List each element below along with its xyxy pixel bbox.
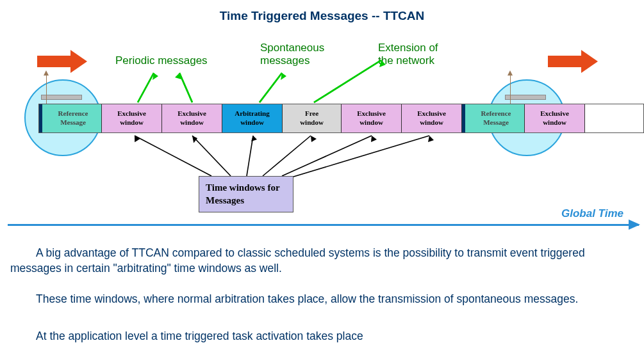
tick-bar-1 [41, 95, 82, 100]
svg-line-0 [138, 73, 154, 102]
time-slot-1: Exclusivewindow [102, 104, 162, 132]
global-time-label: Global Time [561, 207, 623, 220]
time-slot-2: Exclusivewindow [162, 104, 222, 132]
svg-line-12 [282, 136, 372, 176]
paragraph-1: A big advantage of TTCAN compared to cla… [10, 246, 634, 276]
svg-line-10 [247, 136, 253, 176]
ttcan-diagram: ReferenceMessageExclusivewindowExclusive… [0, 26, 644, 237]
time-slot-7: ReferenceMessage [462, 104, 525, 132]
label-extension-network: Extension ofthe network [378, 42, 438, 67]
svg-line-11 [263, 136, 311, 176]
svg-line-5 [179, 73, 192, 102]
time-slot-8: Exclusivewindow [525, 104, 585, 132]
ref-up-arrow-2 [510, 74, 511, 104]
time-windows-box: Time windows for Messages [199, 176, 293, 212]
paragraph-3: At the application level a time triggere… [10, 329, 634, 344]
time-slot-6: Exclusivewindow [402, 104, 462, 132]
page-title: Time Triggered Messages -- TTCAN [0, 0, 644, 23]
svg-line-8 [135, 136, 211, 176]
label-periodic-messages: Periodic messages [115, 54, 208, 67]
global-time-axis [8, 224, 639, 226]
svg-line-13 [292, 136, 429, 177]
svg-line-1 [179, 73, 192, 102]
ref-up-arrow-1 [46, 74, 47, 104]
time-slot-5: Exclusivewindow [342, 104, 402, 132]
time-slot-4: Freewindow [283, 104, 342, 132]
svg-line-9 [192, 136, 231, 176]
paragraph-2: These time windows, where normal arbitra… [10, 292, 634, 307]
time-slot-row: ReferenceMessageExclusivewindowExclusive… [38, 104, 644, 133]
time-slot-0: ReferenceMessage [39, 104, 102, 132]
svg-line-4 [138, 73, 154, 102]
label-spontaneous-messages: Spontaneousmessages [260, 42, 324, 67]
svg-line-6 [260, 73, 282, 102]
time-slot-3: Arbitratingwindow [222, 104, 283, 132]
tick-bar-2 [505, 95, 546, 100]
svg-line-2 [260, 73, 282, 102]
